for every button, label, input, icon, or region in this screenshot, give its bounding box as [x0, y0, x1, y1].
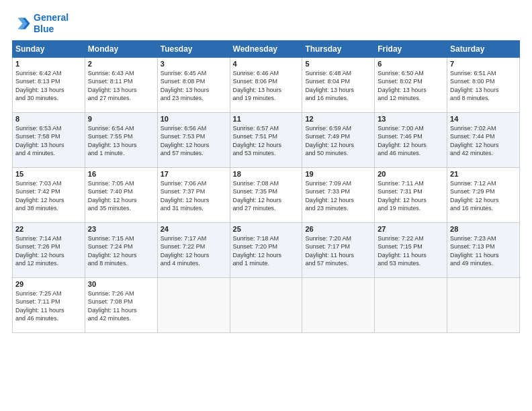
logo-text: General Blue [34, 12, 69, 35]
day-number: 17 [161, 170, 227, 178]
day-number: 15 [15, 170, 82, 178]
day-info: Sunrise: 6:42 AM Sunset: 8:13 PM Dayligh… [15, 69, 82, 103]
day-info: Sunrise: 6:56 AM Sunset: 7:53 PM Dayligh… [161, 124, 227, 158]
day-cell: 27Sunrise: 7:22 AM Sunset: 7:15 PM Dayli… [375, 222, 447, 277]
day-cell: 24Sunrise: 7:17 AM Sunset: 7:22 PM Dayli… [157, 222, 230, 277]
day-cell: 3Sunrise: 6:45 AM Sunset: 8:08 PM Daylig… [157, 57, 230, 112]
week-row-2: 8Sunrise: 6:53 AM Sunset: 7:58 PM Daylig… [13, 112, 520, 167]
day-number: 11 [233, 115, 300, 123]
day-number: 21 [450, 170, 517, 178]
day-info: Sunrise: 7:03 AM Sunset: 7:42 PM Dayligh… [15, 179, 82, 213]
weekday-header-row: SundayMondayTuesdayWednesdayThursdayFrid… [13, 40, 520, 57]
day-number: 16 [88, 170, 154, 178]
day-info: Sunrise: 7:17 AM Sunset: 7:22 PM Dayligh… [161, 234, 227, 268]
day-number: 23 [88, 225, 154, 233]
weekday-wednesday: Wednesday [230, 40, 302, 57]
day-cell [375, 277, 447, 332]
day-cell: 15Sunrise: 7:03 AM Sunset: 7:42 PM Dayli… [13, 167, 85, 222]
day-number: 25 [233, 225, 300, 233]
day-info: Sunrise: 7:14 AM Sunset: 7:26 PM Dayligh… [15, 234, 82, 268]
day-cell: 10Sunrise: 6:56 AM Sunset: 7:53 PM Dayli… [157, 112, 230, 167]
day-number: 1 [15, 60, 82, 68]
day-cell: 18Sunrise: 7:08 AM Sunset: 7:35 PM Dayli… [230, 167, 302, 222]
day-cell: 11Sunrise: 6:57 AM Sunset: 7:51 PM Dayli… [230, 112, 302, 167]
day-info: Sunrise: 7:11 AM Sunset: 7:31 PM Dayligh… [378, 179, 444, 213]
day-info: Sunrise: 7:15 AM Sunset: 7:24 PM Dayligh… [88, 234, 154, 268]
day-info: Sunrise: 7:08 AM Sunset: 7:35 PM Dayligh… [233, 179, 300, 213]
day-info: Sunrise: 6:50 AM Sunset: 8:02 PM Dayligh… [378, 69, 444, 103]
day-info: Sunrise: 7:05 AM Sunset: 7:40 PM Dayligh… [88, 179, 154, 213]
day-info: Sunrise: 7:09 AM Sunset: 7:33 PM Dayligh… [305, 179, 371, 213]
day-cell: 17Sunrise: 7:06 AM Sunset: 7:37 PM Dayli… [157, 167, 230, 222]
day-number: 24 [161, 225, 227, 233]
weekday-friday: Friday [375, 40, 447, 57]
day-number: 4 [233, 60, 300, 68]
day-number: 26 [305, 225, 371, 233]
day-info: Sunrise: 6:45 AM Sunset: 8:08 PM Dayligh… [161, 69, 227, 103]
day-cell [230, 277, 302, 332]
weekday-thursday: Thursday [302, 40, 375, 57]
day-number: 7 [450, 60, 517, 68]
weekday-saturday: Saturday [447, 40, 520, 57]
day-cell: 19Sunrise: 7:09 AM Sunset: 7:33 PM Dayli… [302, 167, 375, 222]
day-cell: 26Sunrise: 7:20 AM Sunset: 7:17 PM Dayli… [302, 222, 375, 277]
day-number: 20 [378, 170, 444, 178]
day-info: Sunrise: 7:12 AM Sunset: 7:29 PM Dayligh… [450, 179, 517, 213]
day-cell: 29Sunrise: 7:25 AM Sunset: 7:11 PM Dayli… [13, 277, 85, 332]
day-cell: 7Sunrise: 6:51 AM Sunset: 8:00 PM Daylig… [447, 57, 520, 112]
day-number: 28 [450, 225, 517, 233]
day-info: Sunrise: 7:25 AM Sunset: 7:11 PM Dayligh… [15, 289, 82, 323]
day-number: 22 [15, 225, 82, 233]
day-cell: 16Sunrise: 7:05 AM Sunset: 7:40 PM Dayli… [85, 167, 157, 222]
day-info: Sunrise: 7:22 AM Sunset: 7:15 PM Dayligh… [378, 234, 444, 268]
day-cell: 9Sunrise: 6:54 AM Sunset: 7:55 PM Daylig… [85, 112, 157, 167]
day-cell: 13Sunrise: 7:00 AM Sunset: 7:46 PM Dayli… [375, 112, 447, 167]
week-row-1: 1Sunrise: 6:42 AM Sunset: 8:13 PM Daylig… [13, 57, 520, 112]
day-cell: 6Sunrise: 6:50 AM Sunset: 8:02 PM Daylig… [375, 57, 447, 112]
day-number: 8 [15, 115, 82, 123]
day-cell [302, 277, 375, 332]
day-number: 14 [450, 115, 517, 123]
day-cell: 1Sunrise: 6:42 AM Sunset: 8:13 PM Daylig… [13, 57, 85, 112]
header: General Blue [12, 12, 520, 35]
weekday-monday: Monday [85, 40, 157, 57]
calendar-table: SundayMondayTuesdayWednesdayThursdayFrid… [12, 40, 520, 333]
day-info: Sunrise: 7:20 AM Sunset: 7:17 PM Dayligh… [305, 234, 371, 268]
day-info: Sunrise: 7:18 AM Sunset: 7:20 PM Dayligh… [233, 234, 300, 268]
day-number: 6 [378, 60, 444, 68]
week-row-3: 15Sunrise: 7:03 AM Sunset: 7:42 PM Dayli… [13, 167, 520, 222]
day-cell: 30Sunrise: 7:26 AM Sunset: 7:08 PM Dayli… [85, 277, 157, 332]
day-number: 27 [378, 225, 444, 233]
day-cell: 12Sunrise: 6:59 AM Sunset: 7:49 PM Dayli… [302, 112, 375, 167]
day-cell: 14Sunrise: 7:02 AM Sunset: 7:44 PM Dayli… [447, 112, 520, 167]
day-number: 9 [88, 115, 154, 123]
day-info: Sunrise: 6:53 AM Sunset: 7:58 PM Dayligh… [15, 124, 82, 158]
day-number: 13 [378, 115, 444, 123]
logo-icon [12, 14, 31, 33]
day-info: Sunrise: 6:59 AM Sunset: 7:49 PM Dayligh… [305, 124, 371, 158]
day-cell: 22Sunrise: 7:14 AM Sunset: 7:26 PM Dayli… [13, 222, 85, 277]
weekday-tuesday: Tuesday [157, 40, 230, 57]
day-cell: 28Sunrise: 7:23 AM Sunset: 7:13 PM Dayli… [447, 222, 520, 277]
day-cell: 25Sunrise: 7:18 AM Sunset: 7:20 PM Dayli… [230, 222, 302, 277]
day-number: 12 [305, 115, 371, 123]
day-info: Sunrise: 6:51 AM Sunset: 8:00 PM Dayligh… [450, 69, 517, 103]
day-info: Sunrise: 7:06 AM Sunset: 7:37 PM Dayligh… [161, 179, 227, 213]
day-info: Sunrise: 6:57 AM Sunset: 7:51 PM Dayligh… [233, 124, 300, 158]
day-info: Sunrise: 7:23 AM Sunset: 7:13 PM Dayligh… [450, 234, 517, 268]
logo: General Blue [12, 12, 69, 35]
weekday-sunday: Sunday [13, 40, 85, 57]
calendar-page: General Blue SundayMondayTuesdayWednesda… [0, 0, 532, 411]
day-cell: 5Sunrise: 6:48 AM Sunset: 8:04 PM Daylig… [302, 57, 375, 112]
day-number: 19 [305, 170, 371, 178]
day-info: Sunrise: 6:54 AM Sunset: 7:55 PM Dayligh… [88, 124, 154, 158]
day-info: Sunrise: 7:26 AM Sunset: 7:08 PM Dayligh… [88, 289, 154, 323]
day-info: Sunrise: 7:02 AM Sunset: 7:44 PM Dayligh… [450, 124, 517, 158]
day-cell: 2Sunrise: 6:43 AM Sunset: 8:11 PM Daylig… [85, 57, 157, 112]
day-cell: 21Sunrise: 7:12 AM Sunset: 7:29 PM Dayli… [447, 167, 520, 222]
day-cell [447, 277, 520, 332]
week-row-5: 29Sunrise: 7:25 AM Sunset: 7:11 PM Dayli… [13, 277, 520, 332]
day-number: 30 [88, 280, 154, 288]
day-info: Sunrise: 7:00 AM Sunset: 7:46 PM Dayligh… [378, 124, 444, 158]
day-info: Sunrise: 6:46 AM Sunset: 8:06 PM Dayligh… [233, 69, 300, 103]
